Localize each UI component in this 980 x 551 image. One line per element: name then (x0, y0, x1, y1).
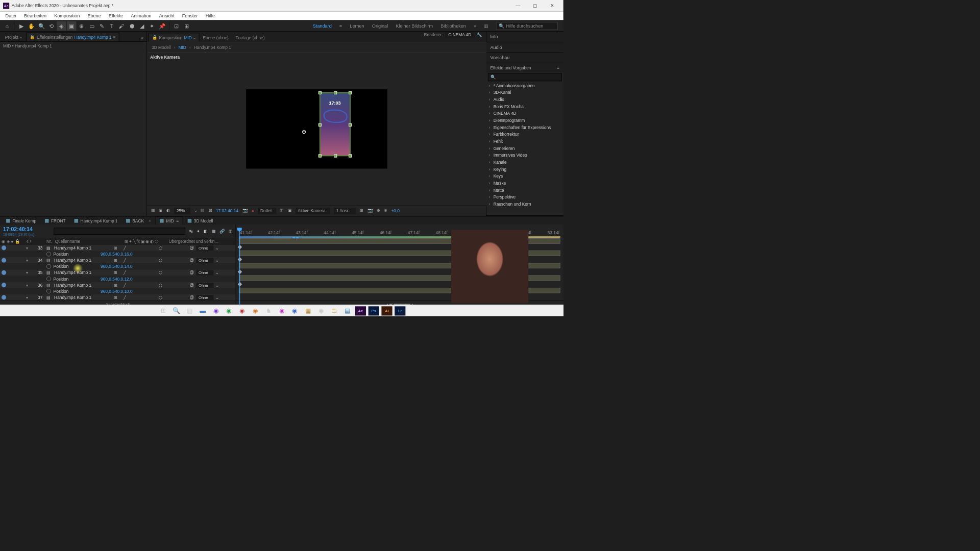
tl-icon[interactable]: ◫ (229, 229, 233, 234)
timeline-tab[interactable]: BACK× (122, 217, 155, 224)
effect-category[interactable]: Keying (486, 165, 564, 172)
effect-category[interactable]: * Animationsvorgaben (486, 82, 564, 89)
effect-category[interactable]: Farbkorrektur (486, 131, 564, 138)
start-icon[interactable]: ⊞ (158, 306, 168, 315)
exposure-value[interactable]: +0,0 (391, 208, 400, 213)
composition-viewer[interactable]: Aktive Kamera 17:03 ⊕ (147, 53, 486, 205)
property-row[interactable]: Position 960,0,540,0,16,0 (0, 251, 236, 257)
composition-canvas[interactable]: 17:03 ⊕ (246, 89, 387, 168)
brush-icon[interactable]: 🖌 (117, 21, 127, 30)
camera-select[interactable]: Aktive Kamera (296, 208, 330, 214)
menu-fenster[interactable]: Fenster (178, 13, 202, 19)
tab-projekt[interactable]: Projekt× (2, 33, 26, 41)
workspace-overflow-icon[interactable]: » (474, 23, 476, 29)
grid-icon[interactable]: ▦ (151, 208, 155, 213)
effect-category[interactable]: Rauschen und Korn (486, 201, 564, 206)
type-icon[interactable]: T (107, 21, 116, 30)
camera-icon[interactable]: ▣ (67, 21, 76, 30)
tab-effekteinstellungen[interactable]: 🔒 Effekteinstellungen Handy.mp4 Komp 1 ≡ (27, 33, 119, 41)
vf-icon-1[interactable]: ⊞ (360, 208, 363, 213)
stamp-icon[interactable]: ⬢ (127, 21, 136, 30)
timeline-tab[interactable]: Finale Komp (3, 217, 40, 224)
menu-bearbeiten[interactable]: Bearbeiten (20, 13, 50, 19)
effect-category[interactable]: CINEMA 4D (486, 110, 564, 117)
workspace-klein[interactable]: Kleiner Bildschirm (396, 23, 433, 29)
illustrator-icon[interactable]: Ai (381, 306, 392, 315)
orbit-icon[interactable]: ⟲ (47, 21, 56, 30)
effects-list[interactable]: * Animationsvorgaben 3D-Kanal Audio Bori… (486, 82, 564, 206)
vf-icon-2[interactable]: 📷 (368, 208, 373, 213)
minimize-button[interactable]: — (510, 1, 526, 11)
tl-icon[interactable]: ◧ (204, 229, 208, 234)
app-icon[interactable]: ▦ (303, 306, 313, 315)
panel-info[interactable]: Info (486, 32, 564, 42)
home-icon[interactable]: ⌂ (3, 21, 12, 30)
workspace-lernen[interactable]: Lernen (350, 23, 364, 29)
renderer-value[interactable]: CINEMA 4D (445, 32, 474, 38)
app-icon[interactable]: ♞ (263, 306, 274, 315)
pen-icon[interactable]: ✎ (97, 21, 106, 30)
breadcrumb-mid[interactable]: MID (179, 45, 186, 49)
vf-icon-3[interactable]: ⊕ (377, 208, 380, 213)
timeline-tab-active[interactable]: MID≡ (156, 216, 183, 224)
workspace-bibliotheken[interactable]: Bibliotheken (440, 23, 466, 29)
property-row[interactable]: Position 960,0,540,0,12,0 (0, 276, 236, 282)
maximize-button[interactable]: ▢ (527, 1, 543, 11)
vf-icon-4[interactable]: ⊗ (384, 208, 387, 213)
effect-category[interactable]: Eigenschaften für Expressions (486, 124, 564, 131)
tl-icon[interactable]: 🔗 (219, 229, 225, 234)
resolution-select[interactable]: Drittel (258, 208, 276, 214)
workspace-original[interactable]: Original (372, 23, 388, 29)
mask-icon[interactable]: ▣ (159, 208, 163, 213)
close-button[interactable]: ✕ (544, 1, 560, 11)
roto-icon[interactable]: ✦ (148, 21, 157, 30)
channel-icon[interactable]: ● (252, 208, 254, 213)
menu-effekte[interactable]: Effekte (105, 13, 127, 19)
anchor-point-icon[interactable]: ⊕ (302, 129, 306, 135)
search-icon[interactable]: 🔍 (171, 306, 182, 315)
effect-category[interactable]: Immersives Video (486, 152, 564, 159)
help-search[interactable]: 🔍 Hilfe durchsuchen (496, 22, 558, 30)
breadcrumb-3d[interactable]: 3D Modell (152, 45, 171, 49)
facebook-icon[interactable]: ◉ (289, 306, 300, 315)
tab-ebene[interactable]: Ebene (ohne) (199, 33, 232, 42)
hand-icon[interactable]: ✋ (27, 21, 36, 30)
rotate-icon[interactable]: ◈ (57, 21, 66, 30)
wrench-icon[interactable]: 🔧 (477, 32, 482, 37)
roi-icon[interactable]: ⊡ (209, 208, 212, 213)
tl-icon[interactable]: ▦ (212, 229, 216, 234)
explorer-icon[interactable]: ▬ (198, 306, 208, 315)
effect-category[interactable]: Keys (486, 172, 564, 180)
menu-datei[interactable]: Datei (2, 13, 20, 19)
snap2-icon[interactable]: ⊞ (182, 21, 191, 30)
effect-category[interactable]: Dienstprogramm (486, 117, 564, 124)
panel-audio[interactable]: Audio (486, 42, 564, 53)
play-icon[interactable]: ▶ (17, 21, 26, 30)
snap-icon[interactable]: ⊡ (172, 21, 181, 30)
tab-footage[interactable]: Footage (ohne) (232, 33, 268, 42)
timeline-timecode[interactable]: 17:02:40:14 (3, 226, 34, 232)
workspace-standard[interactable]: Standard (313, 23, 332, 29)
effect-category[interactable]: Perspektive (486, 193, 564, 201)
tl-icon[interactable]: ↹ (189, 229, 193, 234)
timeline-tab[interactable]: 3D Modell (184, 217, 217, 224)
effect-category[interactable]: Audio (486, 96, 564, 103)
menu-ebene[interactable]: Ebene (84, 13, 105, 19)
chevron-down-icon[interactable]: ⌵ (194, 208, 197, 213)
workspace-cc-icon[interactable]: ▥ (484, 23, 488, 29)
puppet-icon[interactable]: 📌 (158, 21, 167, 30)
effect-category[interactable]: Matte (486, 186, 564, 193)
photoshop-icon[interactable]: Ps (369, 306, 379, 315)
menu-ansicht[interactable]: Ansicht (155, 13, 178, 19)
effect-category[interactable]: Boris FX Mocha (486, 103, 564, 110)
transparency-icon[interactable]: ◫ (280, 208, 284, 213)
effect-category[interactable]: Kanäle (486, 159, 564, 166)
notepad-icon[interactable]: ▤ (342, 306, 353, 315)
effect-category[interactable]: Fehlt (486, 138, 564, 145)
viewer-timecode[interactable]: 17:02:40:14 (216, 208, 238, 213)
timeline-tab[interactable]: FRONT (41, 217, 69, 224)
firefox-icon[interactable]: ◉ (250, 306, 261, 315)
zoom-select[interactable]: 25% (174, 208, 190, 214)
res-icon[interactable]: ▤ (201, 208, 205, 213)
folder-icon[interactable]: 🗀 (329, 306, 339, 315)
